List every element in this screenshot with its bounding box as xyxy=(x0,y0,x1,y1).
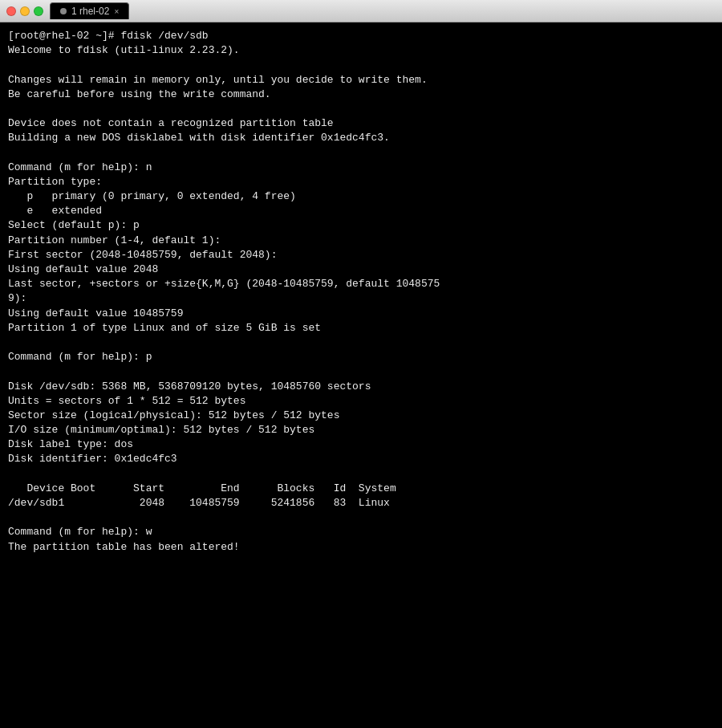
terminal-tab[interactable]: 1 rhel-02 × xyxy=(50,2,129,19)
tab-close-icon[interactable]: × xyxy=(114,7,119,16)
minimize-button[interactable] xyxy=(20,6,30,16)
terminal-output[interactable]: [root@rhel-02 ~]# fdisk /dev/sdb Welcome… xyxy=(0,22,722,728)
tab-dot xyxy=(60,8,67,14)
maximize-button[interactable] xyxy=(34,6,43,16)
close-button[interactable] xyxy=(6,6,16,16)
tab-label: 1 rhel-02 xyxy=(71,6,109,17)
title-bar: 1 rhel-02 × xyxy=(0,0,722,22)
terminal-window: 1 rhel-02 × [root@rhel-02 ~]# fdisk /dev… xyxy=(0,0,722,728)
traffic-lights xyxy=(6,6,43,16)
